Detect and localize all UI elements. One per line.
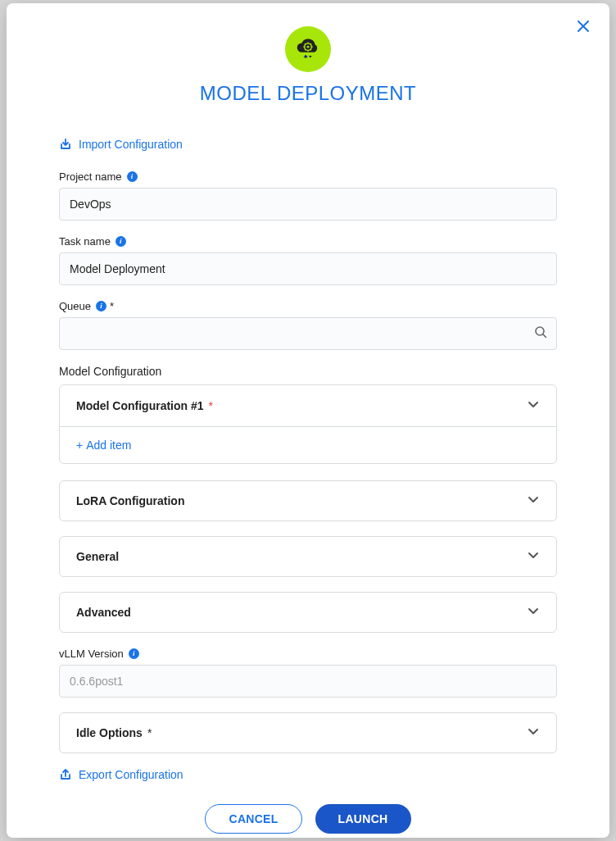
general-panel[interactable]: General [59,536,557,577]
model-config-item-title-wrap: Model Configuration #1 * [76,399,213,412]
task-name-input[interactable] [59,252,557,285]
close-button[interactable] [573,16,593,36]
vllm-version-input[interactable] [59,665,557,698]
task-name-label: Task name i [59,235,557,248]
vllm-version-label: vLLM Version i [59,648,557,660]
model-deployment-modal: MODEL DEPLOYMENT Import Configuration Pr… [7,3,609,838]
info-icon[interactable]: i [127,171,138,182]
header-icon-wrap [7,26,609,72]
task-name-label-text: Task name [59,235,111,248]
lora-panel-title: LoRA Configuration [76,494,184,507]
deployment-icon [285,26,331,72]
general-panel-title: General [76,550,119,563]
advanced-panel-title: Advanced [76,606,131,619]
chevron-down-icon [527,493,540,509]
chevron-down-icon [527,548,540,565]
project-name-group: Project name i [59,170,557,220]
chevron-down-icon [527,604,540,621]
idle-panel-title-wrap: Idle Options * [76,726,152,739]
lora-config-panel[interactable]: LoRA Configuration [59,480,557,521]
launch-button[interactable]: LAUNCH [315,804,411,834]
required-mark: * [147,726,152,739]
add-item-button[interactable]: + Add item [60,426,556,463]
queue-label: Queue i * [59,300,557,312]
cancel-button[interactable]: CANCEL [205,804,301,834]
advanced-panel[interactable]: Advanced [59,592,557,633]
model-config-panel: Model Configuration #1 * + Add item [59,384,557,464]
export-configuration-link[interactable]: Export Configuration [59,768,557,781]
project-name-input[interactable] [59,188,557,220]
project-name-label: Project name i [59,170,557,183]
svg-line-7 [310,49,311,50]
cloud-gear-icon [292,34,324,65]
svg-line-9 [305,49,306,50]
import-link-label: Import Configuration [79,138,183,151]
svg-line-6 [305,43,306,44]
plus-icon: + [76,439,83,452]
svg-marker-11 [309,56,312,57]
svg-line-8 [310,43,311,44]
svg-point-1 [307,46,310,48]
import-configuration-link[interactable]: Import Configuration [59,138,557,151]
model-config-item-title: Model Configuration #1 [76,399,204,412]
queue-input[interactable] [59,317,557,350]
queue-group: Queue i * [59,300,557,350]
project-name-label-text: Project name [59,170,122,183]
vllm-version-group: vLLM Version i [59,648,557,698]
queue-label-text: Queue [59,300,91,312]
info-icon[interactable]: i [96,301,106,311]
info-icon[interactable]: i [129,648,139,659]
chevron-down-icon [527,398,540,414]
required-mark: * [209,399,213,412]
close-icon [577,20,590,33]
add-item-label: Add item [86,439,131,452]
chevron-down-icon [527,725,540,741]
vllm-version-label-text: vLLM Version [59,648,124,660]
idle-panel-title: Idle Options [76,726,143,739]
modal-title: MODEL DEPLOYMENT [7,82,609,105]
info-icon[interactable]: i [116,236,126,247]
model-config-section-label: Model Configuration [59,365,557,378]
idle-options-panel[interactable]: Idle Options * [59,712,557,753]
model-config-item-header[interactable]: Model Configuration #1 * [60,385,556,426]
task-name-group: Task name i [59,235,557,285]
modal-footer: CANCEL LAUNCH [59,804,557,834]
export-link-label: Export Configuration [79,768,183,781]
required-mark: * [110,300,114,312]
import-icon [59,138,72,151]
export-icon [59,768,72,781]
